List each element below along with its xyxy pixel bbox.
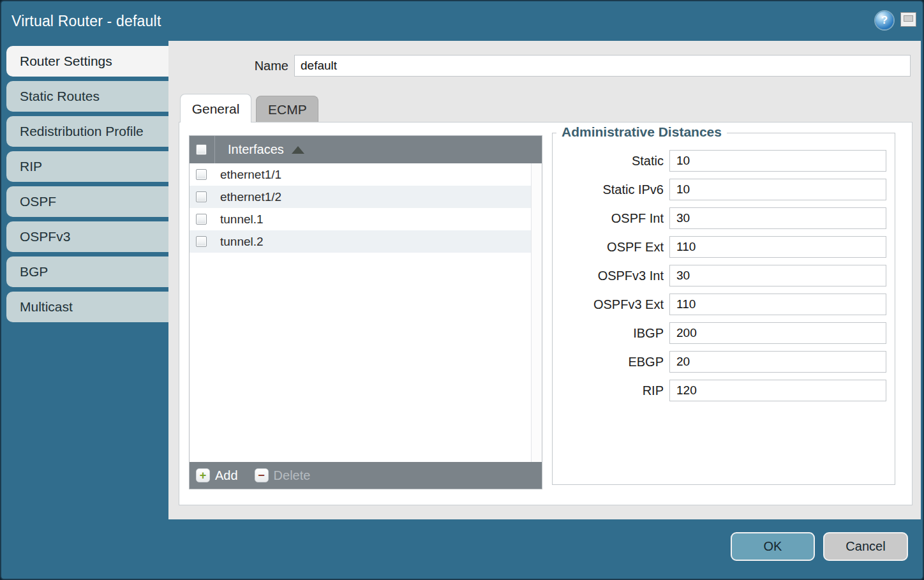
delete-button-label: Delete	[274, 468, 311, 483]
field-row: Static IPv6	[553, 179, 895, 200]
interfaces-table-header[interactable]: Interfaces	[190, 136, 542, 163]
field-label: IBGP	[553, 326, 669, 341]
ospf-ext-input[interactable]	[669, 236, 886, 258]
add-button-label: Add	[215, 468, 238, 483]
name-input[interactable]	[294, 55, 911, 77]
ospf-int-input[interactable]	[669, 207, 886, 229]
table-row[interactable]: ethernet1/2	[190, 186, 542, 208]
sidebar-item-ospf[interactable]: OSPF	[6, 186, 168, 217]
row-checkbox[interactable]	[196, 169, 207, 180]
sidebar-item-bgp[interactable]: BGP	[6, 257, 168, 287]
table-row[interactable]: tunnel.1	[190, 208, 542, 230]
interfaces-table: Interfaces ethernet1/1 ethernet1/2 tun	[189, 135, 542, 489]
ebgp-input[interactable]	[669, 351, 886, 373]
static-input[interactable]	[669, 150, 886, 172]
select-all-checkbox[interactable]	[196, 144, 207, 155]
sidebar: Router Settings Static Routes Redistribu…	[6, 46, 168, 327]
field-row: EBGP	[553, 351, 895, 373]
field-label: Static	[553, 154, 669, 168]
help-icon[interactable]: ?	[876, 11, 893, 29]
name-row: Name	[168, 55, 911, 77]
header-column-divider	[214, 136, 215, 163]
interfaces-table-toolbar: + Add − Delete	[190, 462, 542, 489]
row-checkbox[interactable]	[196, 191, 207, 202]
static-ipv6-input[interactable]	[669, 179, 886, 200]
administrative-distances-title: Administrative Distances	[556, 124, 727, 140]
ok-button[interactable]: OK	[731, 532, 815, 561]
field-row: OSPF Int	[553, 207, 895, 229]
rip-input[interactable]	[669, 380, 886, 401]
table-scrollbar[interactable]	[531, 163, 542, 462]
tab-ecmp[interactable]: ECMP	[256, 96, 318, 123]
interfaces-column-header[interactable]: Interfaces	[228, 142, 284, 157]
dialog-buttons: OK Cancel	[731, 532, 908, 561]
row-checkbox[interactable]	[196, 236, 207, 247]
ospfv3-ext-input[interactable]	[669, 294, 886, 315]
maximize-icon-inner	[904, 15, 913, 22]
sidebar-item-ospfv3[interactable]: OSPFv3	[6, 221, 168, 252]
sidebar-item-rip[interactable]: RIP	[6, 151, 168, 182]
name-label: Name	[168, 59, 294, 73]
cancel-button[interactable]: Cancel	[823, 532, 908, 561]
titlebar: Virtual Router - default ?	[1, 1, 923, 41]
general-tab-panel: Interfaces ethernet1/1 ethernet1/2 tun	[179, 122, 913, 505]
sidebar-item-label: Multicast	[20, 299, 73, 315]
field-row: Static	[553, 150, 895, 172]
field-label: OSPFv3 Int	[553, 269, 669, 283]
maximize-icon[interactable]	[900, 12, 916, 27]
sidebar-item-multicast[interactable]: Multicast	[6, 292, 168, 322]
delete-icon: −	[255, 468, 269, 482]
field-label: OSPF Int	[553, 211, 669, 226]
ibgp-input[interactable]	[669, 322, 886, 344]
virtual-router-dialog: Virtual Router - default ? Router Settin…	[0, 0, 924, 580]
field-row: OSPFv3 Ext	[553, 294, 895, 315]
ospfv3-int-input[interactable]	[669, 265, 886, 286]
sidebar-item-label: Static Routes	[20, 89, 100, 104]
sidebar-item-label: OSPFv3	[20, 229, 70, 244]
add-button[interactable]: + Add	[196, 468, 238, 483]
main-content: Name General ECMP Interfaces ethe	[168, 41, 921, 519]
delete-button[interactable]: − Delete	[255, 468, 311, 483]
administrative-distances-group: Administrative Distances Static Static I…	[552, 133, 895, 485]
field-row: IBGP	[553, 322, 895, 344]
sidebar-item-router-settings[interactable]: Router Settings	[6, 46, 168, 77]
sidebar-item-label: RIP	[20, 159, 42, 174]
row-checkbox[interactable]	[196, 214, 207, 225]
tab-general[interactable]: General	[180, 94, 251, 123]
table-row[interactable]: tunnel.2	[190, 230, 542, 253]
field-label: RIP	[553, 383, 669, 398]
sidebar-item-static-routes[interactable]: Static Routes	[6, 81, 168, 112]
add-icon: +	[196, 468, 210, 482]
interface-name: ethernet1/2	[220, 190, 281, 204]
sidebar-item-label: OSPF	[20, 194, 56, 209]
sidebar-item-label: BGP	[20, 264, 48, 279]
field-row: RIP	[553, 380, 895, 401]
sidebar-item-redistribution-profile[interactable]: Redistribution Profile	[6, 116, 168, 147]
interface-name: tunnel.1	[220, 212, 264, 227]
field-row: OSPF Ext	[553, 236, 895, 258]
interfaces-table-body: ethernet1/1 ethernet1/2 tunnel.1 tunnel.…	[190, 163, 542, 462]
administrative-distances-fields: Static Static IPv6 OSPF Int OSPF Ext	[553, 150, 895, 408]
tabstrip: General ECMP	[180, 94, 318, 123]
sidebar-item-label: Redistribution Profile	[20, 124, 144, 139]
interface-name: ethernet1/1	[220, 168, 281, 182]
sort-ascending-icon[interactable]	[292, 146, 304, 154]
field-label: EBGP	[553, 355, 669, 369]
interface-name: tunnel.2	[220, 235, 264, 249]
field-label: OSPF Ext	[553, 240, 669, 255]
field-label: Static IPv6	[553, 182, 669, 197]
interfaces-rows: ethernet1/1 ethernet1/2 tunnel.1 tunnel.…	[190, 163, 542, 253]
dialog-title: Virtual Router - default	[11, 1, 161, 41]
table-row[interactable]: ethernet1/1	[190, 163, 542, 186]
sidebar-item-label: Router Settings	[20, 54, 112, 69]
field-row: OSPFv3 Int	[553, 265, 895, 286]
field-label: OSPFv3 Ext	[553, 297, 669, 312]
